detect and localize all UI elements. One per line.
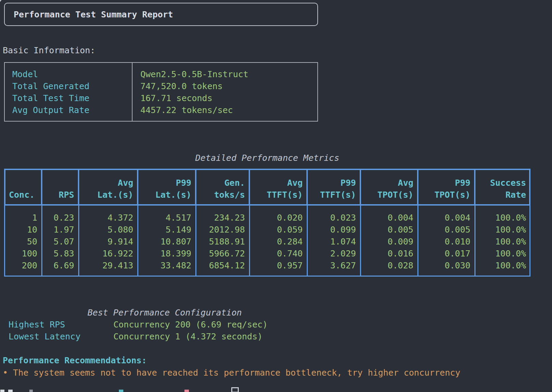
best-config-label: Lowest Latency [9,331,81,342]
best-config-value: Concurrency 200 (6.69 req/sec) [113,319,268,331]
metrics-body-gridline [360,206,361,276]
basic-info-value: 4457.22 tokens/sec [140,104,233,116]
metrics-header-gridline [306,170,308,204]
metrics-body-gridline [78,206,79,276]
metrics-body-gridline [195,206,196,276]
metrics-header-gridline [249,170,250,204]
metrics-body-border [4,206,530,277]
basic-info-label: Avg Output Rate [12,104,89,116]
metrics-header-border [4,169,530,206]
clipped-glyph-top-left [0,0,2,5]
basic-info-value: 747,520.0 tokens [140,80,223,92]
terminal-screen[interactable]: { "title_panel": { "title": "Performance… [0,0,552,392]
basic-info-label: Total Test Time [12,92,89,104]
metrics-header-gridline [41,170,42,204]
basic-info-value: 167.71 seconds [140,92,212,104]
best-config-value: Concurrency 1 (4.372 seconds) [113,331,263,342]
basic-info-label: Total Generated [12,80,89,92]
metrics-header-gridline [417,170,418,204]
recommendations-heading: Performance Recommendations: [3,354,147,366]
report-title: Performance Test Summary Report [14,9,173,20]
metrics-body-gridline [417,206,418,276]
clipped-glyph [8,390,13,392]
basic-info-row: Total Generated747,520.0 tokens [5,80,317,92]
metrics-header-gridline [78,170,79,204]
basic-info-row: ModelQwen2.5-0.5B-Instruct [5,68,317,80]
clipped-glyph [184,390,189,392]
metrics-body-gridline [474,206,475,276]
basic-info-row: Avg Output Rate4457.22 tokens/sec [5,104,317,116]
best-config-table: Highest RPSConcurrency 200 (6.69 req/sec… [4,319,325,342]
basic-info-table: ModelQwen2.5-0.5B-InstructTotal Generate… [4,62,318,122]
metrics-header-gridline [195,170,196,204]
clipped-box-glyph [231,387,239,392]
metrics-table: Conc.RPSAvg Lat.(s)P99 Lat.(s)Gen. toks/… [4,169,530,277]
clipped-glyph [0,390,4,392]
metrics-header-gridline [474,170,475,204]
metrics-header-gridline [360,170,361,204]
best-config-label: Highest RPS [9,319,65,331]
metrics-header-gridline [137,170,138,204]
best-config-caption: Best Performance Configuration [4,307,325,319]
report-title-panel: Performance Test Summary Report [4,3,318,26]
metrics-body-gridline [41,206,42,276]
metrics-body-gridline [307,206,308,276]
clipped-glyph [29,390,33,392]
best-config-row: Lowest LatencyConcurrency 1 (4.372 secon… [4,331,325,342]
metrics-body-gridline [249,206,250,276]
best-config-row: Highest RPSConcurrency 200 (6.69 req/sec… [4,319,325,331]
basic-info-row: Total Test Time167.71 seconds [5,92,317,104]
basic-info-value: Qwen2.5-0.5B-Instruct [140,68,248,80]
metrics-table-caption: Detailed Performance Metrics [4,152,530,164]
metrics-body-gridline [137,206,138,276]
basic-info-heading: Basic Information: [3,44,95,56]
recommendation-item: • The system seems not to have reached i… [3,367,460,379]
clipped-glyph [119,390,123,392]
basic-info-label: Model [12,68,38,80]
